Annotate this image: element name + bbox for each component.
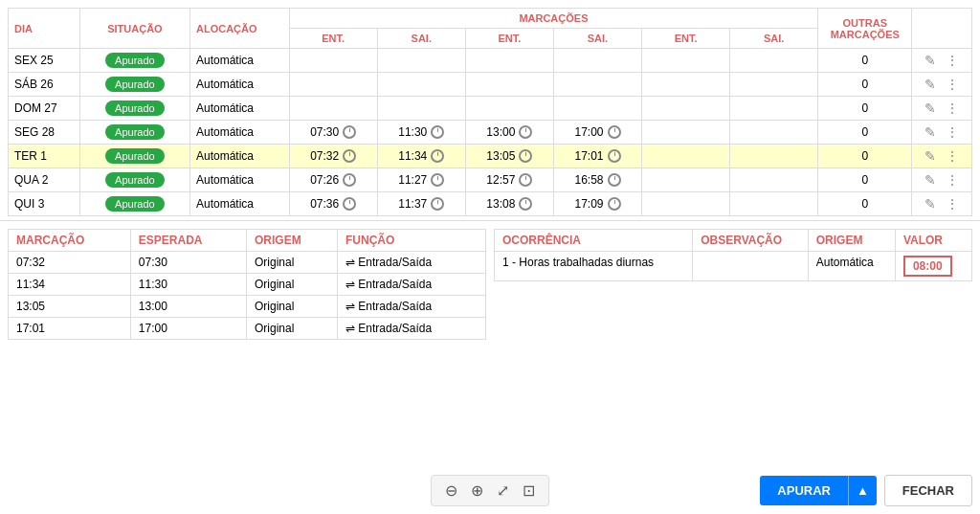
cell-alocacao: Automática: [189, 97, 289, 121]
time-cell: 16:58: [553, 168, 641, 192]
time-cell: [642, 49, 730, 73]
edit-button[interactable]: ✎: [922, 76, 939, 93]
time-cell: [465, 49, 553, 73]
detail-marcacao: 13:05: [9, 296, 131, 318]
cell-actions: ✎ ⋮: [912, 73, 972, 97]
more-button[interactable]: ⋮: [943, 76, 962, 93]
edit-button[interactable]: ✎: [922, 171, 939, 189]
more-button[interactable]: ⋮: [943, 171, 962, 189]
header-dia: DIA: [9, 9, 80, 49]
time-value: 16:58: [574, 173, 603, 187]
detail-esperada: 13:00: [130, 296, 246, 318]
apurar-button[interactable]: APURAR: [760, 476, 848, 505]
clock-icon: [431, 125, 444, 139]
zoom-in-button[interactable]: ⊕: [467, 480, 487, 502]
header-marcacoes: MARCAÇÕES: [289, 9, 818, 29]
detail-marcacao: 07:32: [9, 252, 131, 274]
time-value: 11:27: [398, 173, 427, 187]
detail-origem: Original: [246, 252, 337, 274]
edit-button[interactable]: ✎: [922, 195, 939, 212]
clock-icon: [519, 149, 532, 163]
right-detail: OCORRÊNCIA OBSERVAÇÃO ORIGEM VALOR 1 - H…: [494, 229, 972, 506]
time-value: 07:30: [310, 125, 339, 139]
more-button[interactable]: ⋮: [943, 147, 962, 165]
screen-button[interactable]: ⊡: [519, 480, 539, 502]
time-cell: [730, 192, 818, 216]
detail-row: 13:05 13:00 Original ⇌ Entrada/Saída: [9, 296, 486, 318]
time-value: 07:32: [310, 149, 339, 163]
time-cell: [642, 145, 730, 168]
badge-apurado: Apurado: [105, 148, 165, 164]
detail-row: 17:01 17:00 Original ⇌ Entrada/Saída: [9, 318, 486, 340]
cell-outras: 0: [818, 121, 912, 145]
edit-button[interactable]: ✎: [922, 100, 939, 117]
zoom-controls: ⊖ ⊕ ⤢ ⊡: [431, 475, 549, 506]
cell-outras: 0: [818, 49, 912, 73]
time-value: 17:00: [574, 125, 603, 139]
cell-outras: 0: [818, 168, 912, 192]
more-button[interactable]: ⋮: [943, 195, 962, 212]
cell-outras: 0: [818, 145, 912, 168]
main-table: DIA SITUAÇÃO ALOCAÇÃO MARCAÇÕES OUTRAS M…: [8, 8, 972, 216]
fit-button[interactable]: ⤢: [493, 480, 513, 502]
time-value: 13:00: [486, 125, 515, 139]
header-actions: [912, 9, 972, 49]
time-cell: 11:37: [377, 192, 465, 216]
bottom-section: MARCAÇÃO ESPERADA ORIGEM FUNÇÃO 07:32 07…: [0, 220, 980, 514]
time-cell: 07:32: [289, 145, 377, 168]
right-table: OCORRÊNCIA OBSERVAÇÃO ORIGEM VALOR 1 - H…: [494, 229, 972, 281]
detail-table: MARCAÇÃO ESPERADA ORIGEM FUNÇÃO 07:32 07…: [8, 229, 486, 340]
fechar-button[interactable]: FECHAR: [884, 475, 972, 506]
time-cell: [553, 73, 641, 97]
time-value: 13:08: [486, 197, 515, 211]
cell-alocacao: Automática: [189, 121, 289, 145]
detail-esperada: 07:30: [130, 252, 246, 274]
more-button[interactable]: ⋮: [943, 100, 962, 117]
detail-esperada: 11:30: [130, 274, 246, 296]
time-cell: 11:27: [377, 168, 465, 192]
more-button[interactable]: ⋮: [943, 123, 962, 141]
clock-icon: [343, 173, 356, 187]
zoom-out-button[interactable]: ⊖: [441, 480, 461, 502]
edit-button[interactable]: ✎: [922, 52, 939, 69]
time-value: 07:36: [310, 197, 339, 211]
time-cell: [465, 73, 553, 97]
cell-outras: 0: [818, 97, 912, 121]
detail-esperada: 17:00: [130, 318, 246, 340]
time-value: 07:26: [310, 173, 339, 187]
table-row: SEX 25 Apurado Automática 0 ✎ ⋮: [9, 49, 972, 73]
badge-apurado: Apurado: [105, 172, 165, 188]
apurar-arrow-button[interactable]: ▲: [848, 476, 877, 505]
time-cell: [377, 49, 465, 73]
right-valor-cell: 08:00: [895, 252, 971, 281]
right-header-ocorrencia: OCORRÊNCIA: [495, 230, 693, 252]
time-value: 11:34: [398, 149, 427, 163]
edit-button[interactable]: ✎: [922, 123, 939, 141]
edit-button[interactable]: ✎: [922, 147, 939, 165]
detail-funcao: ⇌ Entrada/Saída: [338, 274, 486, 296]
header-ent3: ENT.: [642, 29, 730, 49]
cell-alocacao: Automática: [189, 168, 289, 192]
cell-dia: SEG 28: [9, 121, 80, 145]
cell-actions: ✎ ⋮: [912, 168, 972, 192]
time-cell: 07:30: [289, 121, 377, 145]
header-sai1: SAI.: [377, 29, 465, 49]
clock-icon: [343, 125, 356, 139]
time-cell: [730, 145, 818, 168]
time-cell: [730, 73, 818, 97]
detail-row: 07:32 07:30 Original ⇌ Entrada/Saída: [9, 252, 486, 274]
more-button[interactable]: ⋮: [943, 52, 962, 69]
table-row: QUI 3 Apurado Automática 07:36 11:37 13:…: [9, 192, 972, 216]
detail-table-container: MARCAÇÃO ESPERADA ORIGEM FUNÇÃO 07:32 07…: [8, 229, 486, 506]
cell-dia: QUA 2: [9, 168, 80, 192]
cell-situacao: Apurado: [79, 145, 189, 168]
right-header-origem: ORIGEM: [808, 230, 895, 252]
detail-funcao: ⇌ Entrada/Saída: [338, 252, 486, 274]
detail-funcao: ⇌ Entrada/Saída: [338, 296, 486, 318]
detail-header-marcacao: MARCAÇÃO: [9, 230, 131, 252]
time-cell: 13:05: [465, 145, 553, 168]
badge-apurado: Apurado: [105, 196, 165, 212]
cell-actions: ✎ ⋮: [912, 97, 972, 121]
clock-icon: [608, 149, 621, 163]
time-cell: [289, 97, 377, 121]
